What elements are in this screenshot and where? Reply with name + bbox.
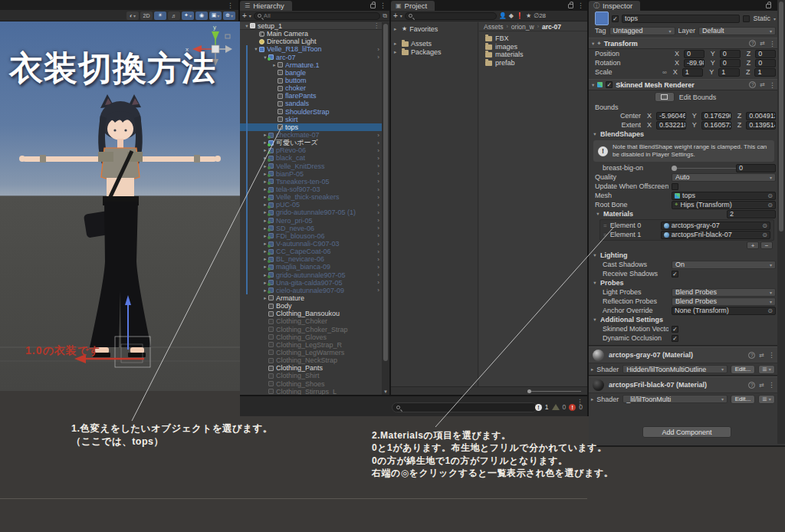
- skinned-mesh-renderer-header[interactable]: ▾ ✓ Skinned Mesh Renderer ? ⇄ ⋮: [589, 79, 779, 90]
- hierarchy-row[interactable]: Clothing_Bansoukou: [240, 310, 382, 317]
- bounds-center-y[interactable]: 0.1762902: [701, 112, 731, 120]
- component-menu-icon[interactable]: ⋮: [769, 40, 776, 48]
- add-gameobject-button[interactable]: +: [242, 12, 247, 20]
- component-menu-icon[interactable]: ⋮: [768, 381, 775, 389]
- favorites-item[interactable]: ▸★ Favorites: [391, 25, 478, 33]
- assets-item[interactable]: ▸ Assets: [391, 39, 478, 48]
- rotation-y-field[interactable]: 0: [720, 59, 741, 67]
- lock-icon[interactable]: [370, 4, 376, 8]
- add-dropdown-caret[interactable]: ▾: [249, 13, 251, 18]
- folder-row[interactable]: materials: [485, 51, 587, 59]
- static-checkbox[interactable]: [743, 15, 750, 22]
- hierarchy-row[interactable]: ▸ grido-autunnale907-05 (1) ›: [240, 209, 382, 216]
- remove-element-button[interactable]: −: [760, 241, 773, 249]
- lock-icon[interactable]: [568, 4, 573, 8]
- hierarchy-row[interactable]: ▸ 可愛いポーズ ›: [240, 139, 382, 146]
- active-checkbox[interactable]: ✓: [612, 15, 619, 22]
- scale-y-field[interactable]: 1: [718, 68, 740, 77]
- project-search[interactable]: [405, 12, 497, 20]
- hierarchy-row[interactable]: ▸ maglia_bianca-09 ›: [240, 263, 382, 271]
- root-bone-field[interactable]: ⌖ Hips (Transform) ⊙: [672, 201, 776, 209]
- bounds-extent-z[interactable]: 0.139514: [746, 121, 776, 130]
- hierarchy-row[interactable]: ▸ Una-gita-calda907-05 ›: [240, 279, 382, 287]
- layer-dropdown[interactable]: Default▾: [698, 27, 776, 35]
- hierarchy-row[interactable]: Clothing_Choker: [240, 317, 382, 325]
- object-picker-icon[interactable]: ⊙: [762, 232, 767, 238]
- material-foldout-arrow[interactable]: ▸: [591, 366, 593, 373]
- shader-menu-button[interactable]: ☰▾: [758, 365, 775, 374]
- hierarchy-row[interactable]: ▸ cielo-autunnale907-09 ›: [240, 287, 382, 294]
- static-dropdown-caret[interactable]: ▾: [774, 16, 776, 21]
- prefab-cube-icon[interactable]: [595, 11, 609, 25]
- hierarchy-row[interactable]: ▸ bianP-05 ›: [240, 170, 382, 178]
- hierarchy-row[interactable]: ▸ pUC-05 ›: [240, 201, 382, 209]
- edit-bounds-button[interactable]: [655, 92, 675, 102]
- scene-menu-icon[interactable]: ⋮: [227, 2, 234, 9]
- lock-icon[interactable]: [766, 4, 771, 8]
- hierarchy-row[interactable]: ▸ BL_nevicare-06 ›: [240, 255, 382, 263]
- asset-labels-icon[interactable]: ◆: [509, 12, 514, 19]
- hierarchy-row[interactable]: ▸ V-autunnali-C907-03 ›: [240, 240, 382, 248]
- hierarchy-row[interactable]: ▸ pRevo-06 ›: [240, 146, 382, 154]
- foldout-arrow-icon[interactable]: ▾: [253, 46, 259, 52]
- packages-item[interactable]: ▸ Packages: [391, 48, 478, 56]
- bounds-center-z[interactable]: 0.004912: [746, 112, 776, 120]
- foldout-arrow-icon[interactable]: ▸: [262, 295, 268, 301]
- drag-handle-icon[interactable]: =: [603, 222, 607, 229]
- material-card-black-header[interactable]: arctopsFril-black-07 (Material) ? ⇄ ⋮: [589, 376, 779, 393]
- transform-header[interactable]: ▾ ⌖ Transform ? ⇄ ⋮: [589, 38, 779, 49]
- scroll-down-arrow[interactable]: ▼: [383, 389, 388, 394]
- hierarchy-row[interactable]: flarePants: [240, 92, 382, 100]
- rotation-z-field[interactable]: 0: [755, 59, 776, 67]
- hierarchy-row[interactable]: Clothing_Pants: [240, 364, 382, 372]
- position-y-field[interactable]: 0: [720, 50, 741, 58]
- inspector-scrollbar[interactable]: [777, 0, 785, 444]
- scale-x-field[interactable]: 1: [682, 68, 704, 77]
- shader-edit-button[interactable]: Edit...: [731, 365, 755, 374]
- hierarchy-row[interactable]: ▸ Tsneakers-ten-05 ›: [240, 178, 382, 186]
- help-icon[interactable]: ?: [749, 81, 756, 88]
- hierarchy-row[interactable]: Clothing_Gloves: [240, 333, 382, 341]
- scene-visibility-button[interactable]: ◉: [195, 11, 208, 20]
- favorites-filter-icon[interactable]: ★: [526, 12, 531, 19]
- presets-icon[interactable]: ⇄: [759, 352, 764, 359]
- hierarchy-row[interactable]: ▸ FDi_blouson-06 ›: [240, 232, 382, 240]
- rotation-x-field[interactable]: -89.98: [684, 59, 705, 67]
- drag-handle-icon[interactable]: =: [603, 232, 607, 238]
- gameobject-name-field[interactable]: tops: [622, 15, 740, 23]
- console-search[interactable]: [392, 402, 537, 412]
- material-foldout-arrow[interactable]: ▸: [591, 396, 593, 402]
- blendshapes-foldout[interactable]: ▾BlendShapes: [589, 130, 779, 139]
- materials-count-field[interactable]: 2: [727, 210, 776, 218]
- breadcrumb[interactable]: Assets› orion_w› arc-07: [479, 22, 587, 31]
- breast-big-on-slider[interactable]: 0: [672, 164, 776, 172]
- scene-effects-button[interactable]: ✦▾: [182, 11, 194, 20]
- mesh-object-field[interactable]: tops ⊙: [672, 192, 776, 200]
- hierarchy-row[interactable]: Main Camera: [240, 30, 382, 38]
- update-offscreen-checkbox[interactable]: [672, 183, 678, 190]
- console-search-input[interactable]: [400, 401, 533, 414]
- bounds-center-x[interactable]: -5.960464: [656, 112, 686, 120]
- material-element-row[interactable]: = Element 1 arctopsFril-black-07 ⊙: [602, 230, 772, 239]
- hierarchy-row[interactable]: skirt: [240, 116, 382, 123]
- hierarchy-row[interactable]: Clothing_LegStrap_R: [240, 341, 382, 349]
- material-card-gray-header[interactable]: arctops-gray-07 (Material) ? ⇄ ⋮: [589, 346, 779, 363]
- shader-menu-button[interactable]: ☰▾: [758, 395, 775, 404]
- hierarchy-row[interactable]: ShoulderStrap: [240, 108, 382, 116]
- component-enabled-checkbox[interactable]: ✓: [606, 81, 613, 88]
- hierarchy-row[interactable]: Clothing_Stirrups_L: [240, 388, 382, 395]
- folder-row[interactable]: FBX: [485, 34, 587, 43]
- position-x-field[interactable]: 0: [684, 50, 705, 58]
- hierarchy-row[interactable]: ▸ grido-autunnale907-05 ›: [240, 271, 382, 279]
- panel-menu-icon[interactable]: ⋮: [577, 2, 584, 9]
- quality-dropdown[interactable]: Auto▾: [672, 173, 776, 182]
- project-search-input[interactable]: [415, 12, 493, 19]
- hierarchy-row[interactable]: ▾ Velle_R18_lilToon ›: [240, 45, 382, 53]
- panel-menu-icon[interactable]: ⋮: [379, 2, 386, 9]
- help-icon[interactable]: ?: [748, 382, 755, 389]
- tab-hierarchy[interactable]: ☰ Hierarchy: [240, 1, 292, 11]
- folder-row[interactable]: images: [485, 43, 587, 51]
- create-dropdown-caret[interactable]: ▾: [400, 13, 402, 18]
- hierarchy-row[interactable]: Body: [240, 302, 382, 310]
- bounds-extent-x[interactable]: 0.5322186: [656, 121, 686, 130]
